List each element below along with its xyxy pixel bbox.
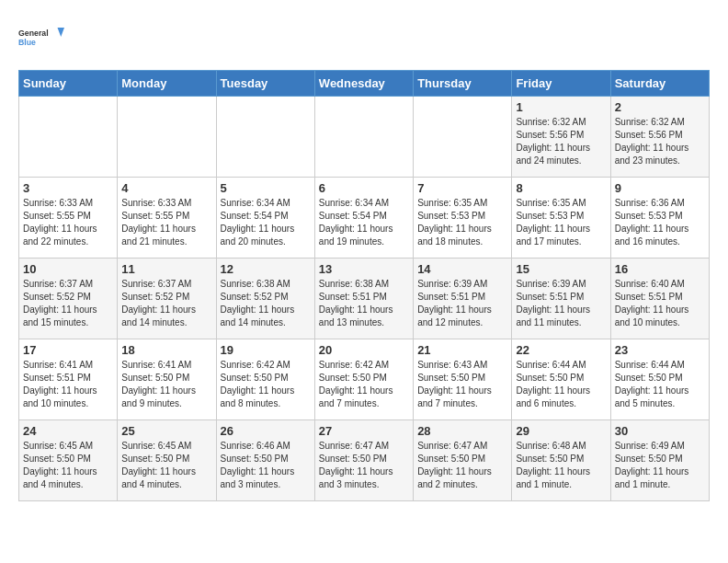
- calendar-cell: 11Sunrise: 6:37 AM Sunset: 5:52 PM Dayli…: [118, 259, 216, 339]
- calendar-cell: 30Sunrise: 6:49 AM Sunset: 5:50 PM Dayli…: [610, 420, 709, 501]
- calendar-cell: 27Sunrise: 6:47 AM Sunset: 5:50 PM Dayli…: [314, 420, 413, 501]
- day-number: 12: [221, 262, 311, 276]
- svg-text:Blue: Blue: [18, 38, 36, 47]
- svg-text:General: General: [18, 29, 49, 38]
- calendar-cell: 29Sunrise: 6:48 AM Sunset: 5:50 PM Dayli…: [512, 420, 610, 501]
- day-info: Sunrise: 6:45 AM Sunset: 5:50 PM Dayligh…: [23, 440, 113, 491]
- calendar-cell: 23Sunrise: 6:44 AM Sunset: 5:50 PM Dayli…: [610, 339, 709, 420]
- calendar-cell: 18Sunrise: 6:41 AM Sunset: 5:50 PM Dayli…: [118, 339, 216, 420]
- day-number: 2: [615, 100, 705, 114]
- calendar-cell: 14Sunrise: 6:39 AM Sunset: 5:51 PM Dayli…: [414, 259, 512, 339]
- calendar-cell: 12Sunrise: 6:38 AM Sunset: 5:52 PM Dayli…: [216, 259, 314, 339]
- day-info: Sunrise: 6:38 AM Sunset: 5:52 PM Dayligh…: [221, 278, 311, 329]
- calendar-cell: 10Sunrise: 6:37 AM Sunset: 5:52 PM Dayli…: [19, 259, 118, 339]
- day-number: 7: [417, 181, 507, 195]
- day-info: Sunrise: 6:38 AM Sunset: 5:51 PM Dayligh…: [319, 278, 409, 329]
- day-number: 5: [221, 181, 311, 195]
- day-number: 4: [121, 181, 211, 195]
- calendar-table: SundayMondayTuesdayWednesdayThursdayFrid…: [18, 70, 710, 501]
- calendar-cell: 15Sunrise: 6:39 AM Sunset: 5:51 PM Dayli…: [512, 259, 610, 339]
- calendar-week-row: 24Sunrise: 6:45 AM Sunset: 5:50 PM Dayli…: [19, 420, 710, 501]
- calendar-cell: 3Sunrise: 6:33 AM Sunset: 5:55 PM Daylig…: [19, 178, 118, 259]
- logo-svg: General Blue: [18, 18, 64, 55]
- calendar-cell: 2Sunrise: 6:32 AM Sunset: 5:56 PM Daylig…: [610, 97, 709, 178]
- calendar-cell: 17Sunrise: 6:41 AM Sunset: 5:51 PM Dayli…: [19, 339, 118, 420]
- day-info: Sunrise: 6:41 AM Sunset: 5:51 PM Dayligh…: [23, 359, 113, 410]
- day-number: 27: [319, 424, 409, 438]
- calendar-week-row: 17Sunrise: 6:41 AM Sunset: 5:51 PM Dayli…: [19, 339, 710, 420]
- svg-marker-2: [58, 28, 65, 37]
- day-number: 19: [221, 343, 311, 357]
- day-number: 20: [319, 343, 409, 357]
- weekday-header: Wednesday: [314, 71, 413, 97]
- day-info: Sunrise: 6:44 AM Sunset: 5:50 PM Dayligh…: [615, 359, 705, 410]
- day-info: Sunrise: 6:49 AM Sunset: 5:50 PM Dayligh…: [615, 440, 705, 491]
- day-info: Sunrise: 6:43 AM Sunset: 5:50 PM Dayligh…: [417, 359, 507, 410]
- calendar-cell: 28Sunrise: 6:47 AM Sunset: 5:50 PM Dayli…: [414, 420, 512, 501]
- calendar-cell: 20Sunrise: 6:42 AM Sunset: 5:50 PM Dayli…: [314, 339, 413, 420]
- day-info: Sunrise: 6:34 AM Sunset: 5:54 PM Dayligh…: [319, 197, 409, 248]
- day-number: 30: [615, 424, 705, 438]
- day-number: 22: [516, 343, 606, 357]
- day-info: Sunrise: 6:47 AM Sunset: 5:50 PM Dayligh…: [417, 440, 507, 491]
- weekday-header: Saturday: [610, 71, 709, 97]
- calendar-cell: 16Sunrise: 6:40 AM Sunset: 5:51 PM Dayli…: [610, 259, 709, 339]
- day-number: 26: [221, 424, 311, 438]
- day-info: Sunrise: 6:46 AM Sunset: 5:50 PM Dayligh…: [221, 440, 311, 491]
- day-info: Sunrise: 6:36 AM Sunset: 5:53 PM Dayligh…: [615, 197, 705, 248]
- day-number: 13: [319, 262, 409, 276]
- calendar-cell: 25Sunrise: 6:45 AM Sunset: 5:50 PM Dayli…: [118, 420, 216, 501]
- day-info: Sunrise: 6:32 AM Sunset: 5:56 PM Dayligh…: [516, 116, 606, 167]
- day-info: Sunrise: 6:33 AM Sunset: 5:55 PM Dayligh…: [121, 197, 211, 248]
- calendar-cell: 4Sunrise: 6:33 AM Sunset: 5:55 PM Daylig…: [118, 178, 216, 259]
- day-info: Sunrise: 6:32 AM Sunset: 5:56 PM Dayligh…: [615, 116, 705, 167]
- day-number: 6: [319, 181, 409, 195]
- calendar-cell: 26Sunrise: 6:46 AM Sunset: 5:50 PM Dayli…: [216, 420, 314, 501]
- day-number: 23: [615, 343, 705, 357]
- day-info: Sunrise: 6:40 AM Sunset: 5:51 PM Dayligh…: [615, 278, 705, 329]
- weekday-header: Monday: [118, 71, 216, 97]
- weekday-header: Thursday: [414, 71, 512, 97]
- day-info: Sunrise: 6:37 AM Sunset: 5:52 PM Dayligh…: [121, 278, 211, 329]
- day-info: Sunrise: 6:33 AM Sunset: 5:55 PM Dayligh…: [23, 197, 113, 248]
- calendar-header-row: SundayMondayTuesdayWednesdayThursdayFrid…: [19, 71, 710, 97]
- weekday-header: Tuesday: [216, 71, 314, 97]
- calendar-cell: 5Sunrise: 6:34 AM Sunset: 5:54 PM Daylig…: [216, 178, 314, 259]
- day-info: Sunrise: 6:39 AM Sunset: 5:51 PM Dayligh…: [516, 278, 606, 329]
- day-number: 3: [23, 181, 113, 195]
- calendar-cell: 22Sunrise: 6:44 AM Sunset: 5:50 PM Dayli…: [512, 339, 610, 420]
- calendar-cell: [118, 97, 216, 178]
- calendar-cell: [216, 97, 314, 178]
- day-info: Sunrise: 6:48 AM Sunset: 5:50 PM Dayligh…: [516, 440, 606, 491]
- calendar-cell: 21Sunrise: 6:43 AM Sunset: 5:50 PM Dayli…: [414, 339, 512, 420]
- day-number: 18: [121, 343, 211, 357]
- day-info: Sunrise: 6:35 AM Sunset: 5:53 PM Dayligh…: [417, 197, 507, 248]
- day-number: 11: [121, 262, 211, 276]
- day-number: 25: [121, 424, 211, 438]
- day-info: Sunrise: 6:42 AM Sunset: 5:50 PM Dayligh…: [221, 359, 311, 410]
- weekday-header: Friday: [512, 71, 610, 97]
- day-number: 10: [23, 262, 113, 276]
- day-number: 24: [23, 424, 113, 438]
- day-info: Sunrise: 6:39 AM Sunset: 5:51 PM Dayligh…: [417, 278, 507, 329]
- day-number: 28: [417, 424, 507, 438]
- day-number: 29: [516, 424, 606, 438]
- day-info: Sunrise: 6:45 AM Sunset: 5:50 PM Dayligh…: [121, 440, 211, 491]
- calendar-cell: 7Sunrise: 6:35 AM Sunset: 5:53 PM Daylig…: [414, 178, 512, 259]
- calendar-week-row: 3Sunrise: 6:33 AM Sunset: 5:55 PM Daylig…: [19, 178, 710, 259]
- day-number: 8: [516, 181, 606, 195]
- day-number: 15: [516, 262, 606, 276]
- day-info: Sunrise: 6:37 AM Sunset: 5:52 PM Dayligh…: [23, 278, 113, 329]
- calendar-cell: 6Sunrise: 6:34 AM Sunset: 5:54 PM Daylig…: [314, 178, 413, 259]
- day-info: Sunrise: 6:47 AM Sunset: 5:50 PM Dayligh…: [319, 440, 409, 491]
- day-number: 17: [23, 343, 113, 357]
- day-number: 1: [516, 100, 606, 114]
- day-number: 21: [417, 343, 507, 357]
- calendar-cell: 13Sunrise: 6:38 AM Sunset: 5:51 PM Dayli…: [314, 259, 413, 339]
- calendar-cell: [414, 97, 512, 178]
- calendar-cell: 24Sunrise: 6:45 AM Sunset: 5:50 PM Dayli…: [19, 420, 118, 501]
- weekday-header: Sunday: [19, 71, 118, 97]
- calendar-cell: [19, 97, 118, 178]
- page-header: General Blue: [18, 18, 710, 55]
- calendar-cell: 19Sunrise: 6:42 AM Sunset: 5:50 PM Dayli…: [216, 339, 314, 420]
